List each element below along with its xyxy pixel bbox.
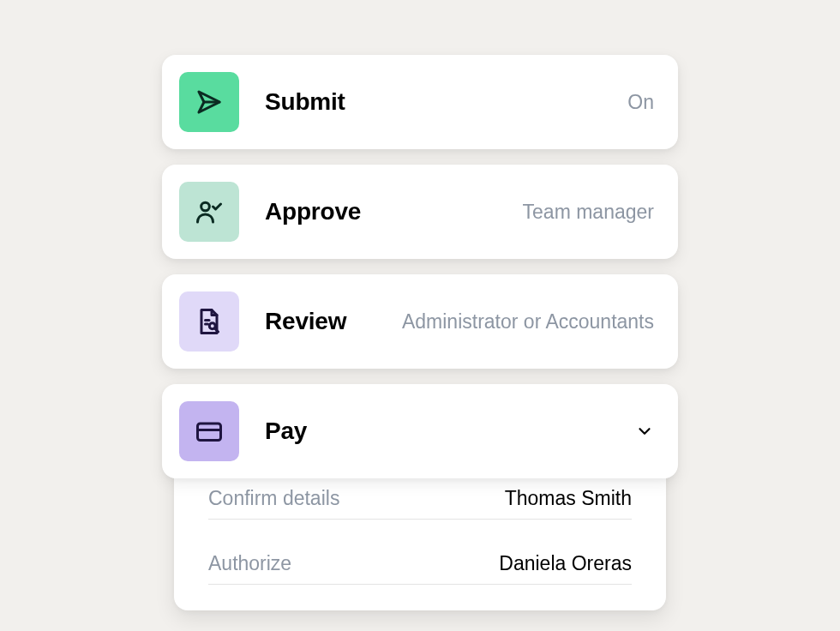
pay-detail-label: Confirm details (208, 487, 339, 510)
svg-rect-2 (198, 424, 221, 441)
submit-icon (179, 72, 239, 132)
step-approve-card[interactable]: Approve Team manager (162, 165, 678, 259)
pay-detail-value: Thomas Smith (505, 487, 632, 510)
pay-detail-row[interactable]: Confirm details Thomas Smith (208, 487, 632, 520)
approve-icon (179, 182, 239, 242)
step-title: Review (265, 308, 346, 335)
step-meta: Team manager (523, 201, 654, 224)
step-pay-group: Pay Confirm details Thomas Smith Authori… (162, 384, 678, 610)
step-title: Approve (265, 198, 361, 225)
step-submit-card[interactable]: Submit On (162, 55, 678, 149)
pay-details-panel: Confirm details Thomas Smith Authorize D… (174, 460, 666, 610)
chevron-down-icon (635, 422, 654, 441)
pay-icon (179, 401, 239, 461)
svg-point-0 (201, 202, 210, 211)
step-meta: On (627, 91, 654, 114)
step-meta: Administrator or Accountants (402, 310, 654, 334)
pay-detail-value: Daniela Oreras (499, 552, 632, 575)
pay-detail-label: Authorize (208, 552, 291, 575)
step-title: Pay (265, 418, 307, 445)
step-title: Submit (265, 88, 345, 116)
workflow-steps-list: Submit On Approve Team manager Revi (162, 55, 678, 610)
pay-detail-row[interactable]: Authorize Daniela Oreras (208, 552, 632, 585)
step-review-card[interactable]: Review Administrator or Accountants (162, 274, 678, 369)
review-icon (179, 291, 239, 352)
step-pay-card[interactable]: Pay (162, 384, 678, 478)
